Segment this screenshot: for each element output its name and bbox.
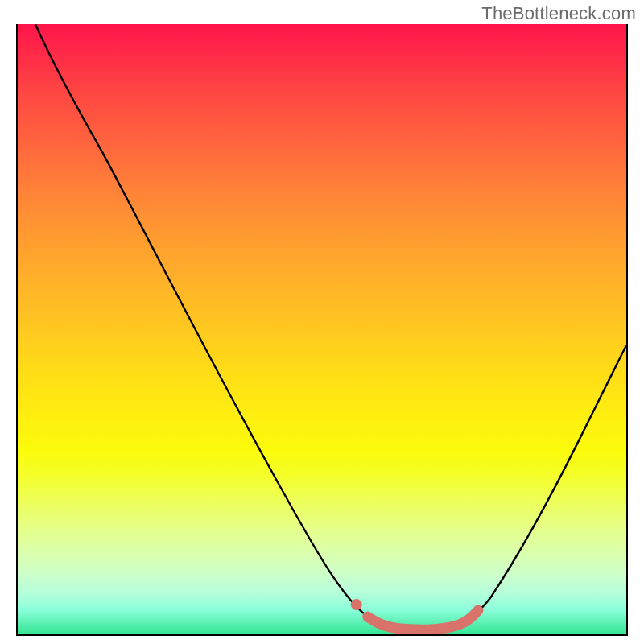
optimal-marker-dot	[351, 599, 362, 610]
plot-area	[16, 24, 628, 636]
chart-container: TheBottleneck.com	[0, 0, 644, 644]
curve-svg	[18, 24, 626, 634]
bottleneck-curve	[35, 24, 626, 630]
watermark-text: TheBottleneck.com	[481, 3, 636, 24]
optimal-range-highlight	[368, 610, 478, 630]
